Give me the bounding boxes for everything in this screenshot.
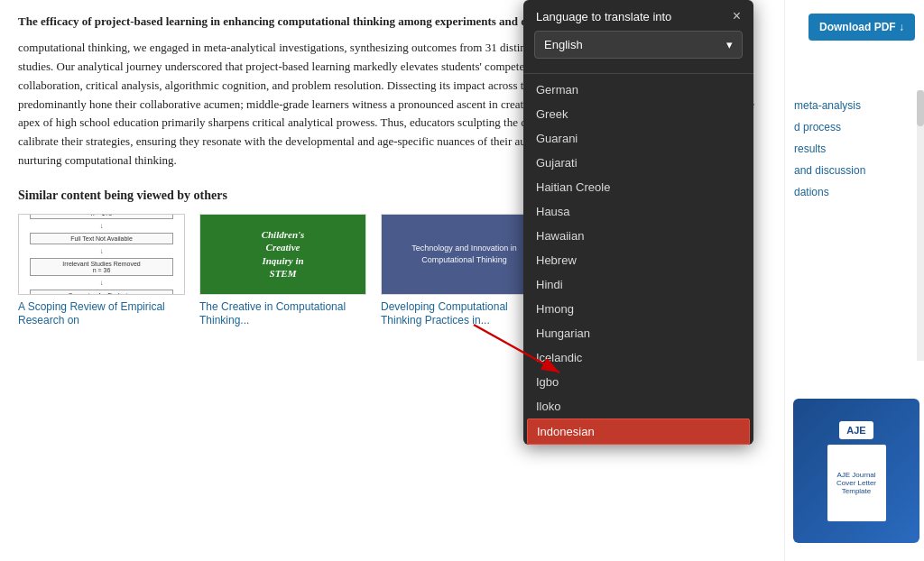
lang-hebrew[interactable]: Hebrew xyxy=(523,248,753,272)
dropdown-arrow-icon: ▾ xyxy=(726,38,733,51)
lang-indonesian[interactable]: Indonesian xyxy=(527,418,750,445)
download-pdf-label: Download PDF ↓ xyxy=(819,21,904,33)
lang-greek[interactable]: Greek xyxy=(523,102,753,126)
modal-title: Language to translate into xyxy=(536,10,671,23)
card-title-1: A Scoping Review of Empirical Research o… xyxy=(18,300,185,328)
lang-hindi[interactable]: Hindi xyxy=(523,272,753,297)
sidebar-nav-item-4[interactable]: and discussion xyxy=(794,164,915,177)
modal-header: Language to translate into × xyxy=(523,0,753,31)
lang-hawaiian[interactable]: Hawaiian xyxy=(523,224,753,248)
card-image-1: Screening for Relevancen = 178 ↓ Full Te… xyxy=(18,214,185,295)
sidebar-nav: meta-analysis d process results and disc… xyxy=(794,99,915,198)
card-title-2: The Creative in Computational Thinking..… xyxy=(199,300,366,328)
language-list: German Greek Guarani Gujarati Haitian Cr… xyxy=(523,66,753,445)
lang-haitian-creole[interactable]: Haitian Creole xyxy=(523,175,753,199)
lang-gujarati[interactable]: Gujarati xyxy=(523,151,753,175)
lang-hmong[interactable]: Hmong xyxy=(523,297,753,321)
similar-card-2[interactable]: Children'sCreativeInquiry inSTEM The Cre… xyxy=(199,214,366,328)
scrollbar-thumb xyxy=(917,90,924,126)
lang-guarani[interactable]: Guarani xyxy=(523,126,753,151)
sidebar-nav-item-2[interactable]: d process xyxy=(794,121,915,133)
selected-language-label: English xyxy=(544,38,583,51)
translation-modal: Language to translate into × English ▾ G… xyxy=(523,0,753,445)
modal-language-selector[interactable]: English ▾ xyxy=(534,31,743,59)
aje-advertisement[interactable]: AJE AJE Journal Cover Letter Template xyxy=(793,399,919,543)
lang-iloko[interactable]: Iloko xyxy=(523,394,753,418)
lang-igbo[interactable]: Igbo xyxy=(523,370,753,394)
card-image-2: Children'sCreativeInquiry inSTEM xyxy=(199,214,366,295)
lang-icelandic[interactable]: Icelandic xyxy=(523,345,753,370)
lang-german[interactable]: German xyxy=(523,78,753,102)
sidebar-nav-item-3[interactable]: results xyxy=(794,143,915,155)
aje-logo: AJE xyxy=(839,421,873,439)
similar-card-1[interactable]: Screening for Relevancen = 178 ↓ Full Te… xyxy=(18,214,185,328)
lang-hungarian[interactable]: Hungarian xyxy=(523,321,753,345)
sidebar-nav-item-1[interactable]: meta-analysis xyxy=(794,99,915,112)
modal-close-button[interactable]: × xyxy=(733,9,741,23)
sidebar-nav-item-5[interactable]: dations xyxy=(794,186,915,198)
list-separator-top xyxy=(523,73,753,74)
lang-hausa[interactable]: Hausa xyxy=(523,199,753,224)
right-sidebar: Download PDF ↓ meta-analysis d process r… xyxy=(784,0,924,561)
download-pdf-button[interactable]: Download PDF ↓ xyxy=(808,14,915,41)
scrollbar[interactable] xyxy=(917,90,924,361)
aje-book-cover: AJE Journal Cover Letter Template xyxy=(827,445,886,521)
